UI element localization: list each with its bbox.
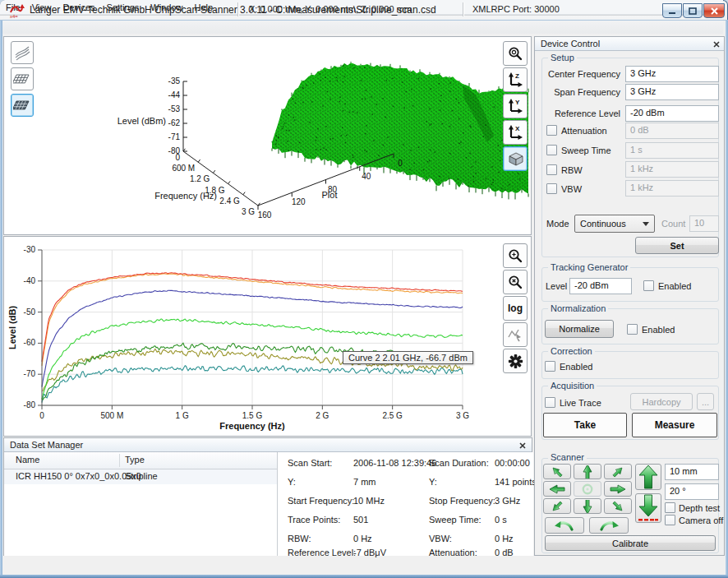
scanner-down-left-button[interactable] bbox=[543, 498, 571, 514]
calibrate-button[interactable]: Calibrate bbox=[545, 535, 716, 551]
dataset-manager-title: Data Set Manager bbox=[10, 440, 83, 450]
scanner-right-button[interactable] bbox=[604, 481, 632, 497]
vbw-checkbox[interactable] bbox=[546, 183, 557, 194]
zoom-in-button[interactable] bbox=[503, 243, 528, 268]
axis-y-button[interactable]: Y bbox=[503, 94, 528, 118]
device-control-close-button[interactable] bbox=[711, 39, 722, 49]
normalization-enabled-checkbox[interactable] bbox=[627, 324, 638, 335]
axis-x-icon: X bbox=[507, 124, 523, 141]
hardcopy-more-button[interactable]: ... bbox=[697, 393, 714, 410]
scanner-home-button[interactable] bbox=[574, 481, 601, 497]
maximize-button[interactable] bbox=[683, 3, 703, 18]
info-label: Y: bbox=[429, 477, 437, 487]
scanner-z-down-button[interactable] bbox=[635, 493, 661, 523]
scanner-left-button[interactable] bbox=[543, 481, 571, 497]
scanner-up-button[interactable] bbox=[574, 464, 601, 479]
column-header-name[interactable]: Name bbox=[16, 455, 39, 465]
axis-z-button[interactable]: Z bbox=[503, 67, 528, 92]
info-label: VBW: bbox=[429, 534, 452, 543]
svg-text:Level (dBm): Level (dBm) bbox=[117, 116, 166, 126]
axis-x-button[interactable]: X bbox=[503, 120, 528, 145]
svg-text:X: X bbox=[515, 125, 520, 132]
arrow-up-icon bbox=[578, 465, 597, 479]
zoom-reset-button[interactable] bbox=[503, 270, 528, 294]
chevron-down-icon bbox=[643, 222, 649, 226]
scanner-rotate-left-button[interactable] bbox=[545, 517, 584, 534]
measure-button[interactable]: Measure bbox=[632, 413, 717, 437]
span-frequency-input[interactable]: 3 GHz bbox=[625, 84, 719, 100]
scanner-down-button[interactable] bbox=[574, 498, 601, 514]
app-window: x4= Langer EMV-Technik GmbH ChipScan-Sca… bbox=[0, 0, 728, 578]
arrow-down-left-icon bbox=[547, 500, 567, 513]
scanner-z-up-button[interactable] bbox=[635, 464, 661, 490]
span-frequency-label: Span Frequency bbox=[541, 87, 620, 97]
surface-filled-view-button[interactable] bbox=[11, 94, 34, 117]
column-divider[interactable] bbox=[119, 454, 120, 467]
tg-enabled-checkbox[interactable] bbox=[643, 280, 654, 291]
rbw-checkbox[interactable] bbox=[546, 164, 557, 175]
table-row[interactable]: ICR HH150 0° 0x7x0_0x0.05x0 Stripline bbox=[4, 469, 277, 484]
plot-settings-button[interactable] bbox=[503, 349, 528, 373]
surface-lines-view-button[interactable] bbox=[11, 41, 34, 64]
zoom-3d-button[interactable] bbox=[503, 41, 528, 66]
svg-text:Z: Z bbox=[515, 72, 519, 80]
zoom-reset-icon bbox=[507, 274, 523, 290]
status-divider bbox=[463, 2, 463, 16]
axis-z-icon: Z bbox=[507, 72, 523, 88]
trace-pick-icon bbox=[507, 326, 523, 343]
center-frequency-input[interactable]: 3 GHz bbox=[625, 66, 719, 82]
column-header-type[interactable]: Type bbox=[125, 455, 145, 465]
info-value: 0 s bbox=[495, 515, 507, 525]
info-label: Attenuation: bbox=[429, 548, 477, 557]
svg-text:Y: Y bbox=[515, 99, 520, 106]
attenuation-checkbox[interactable] bbox=[546, 125, 557, 136]
camera-off-checkbox[interactable] bbox=[665, 515, 675, 525]
scanner-up-left-button[interactable] bbox=[543, 464, 571, 479]
scanner-down-right-button[interactable] bbox=[604, 498, 632, 514]
hardcopy-button[interactable]: Hardcopy bbox=[630, 393, 693, 410]
info-value: 2006-11-08 12:39:46 bbox=[353, 458, 436, 468]
svg-text:-70: -70 bbox=[24, 369, 36, 378]
svg-text:-60: -60 bbox=[24, 338, 36, 347]
dataset-type-cell: Stripline bbox=[125, 471, 158, 481]
camera-off-label: Camera off bbox=[679, 516, 723, 525]
acquisition-legend: Acquisition bbox=[548, 381, 597, 391]
info-value: 10 MHz bbox=[353, 496, 385, 506]
close-button[interactable] bbox=[703, 3, 725, 18]
info-label: Scan Duration: bbox=[429, 458, 489, 468]
mode-value: Continuous bbox=[580, 219, 626, 229]
spectrum-2d-chart: -30-40-50-60-70-800500 M1 G1.5 G2 G2.5 G… bbox=[4, 237, 531, 436]
info-label: Sweep Time: bbox=[429, 515, 481, 525]
minimize-button[interactable] bbox=[662, 3, 682, 18]
svg-text:Frequency (Hz): Frequency (Hz) bbox=[219, 421, 285, 431]
svg-text:600 M: 600 M bbox=[172, 164, 195, 173]
info-value: 0 Hz bbox=[495, 534, 514, 543]
svg-text:Plot: Plot bbox=[322, 190, 338, 200]
info-value: -7 dBμV bbox=[353, 548, 386, 557]
sweep-time-checkbox[interactable] bbox=[546, 145, 557, 155]
tg-level-input[interactable]: -20 dBm bbox=[569, 278, 632, 294]
setup-legend: Setup bbox=[548, 53, 577, 62]
normalize-button[interactable]: Normalize bbox=[545, 320, 614, 338]
surface-wireframe-view-button[interactable] bbox=[11, 67, 34, 90]
set-button[interactable]: Set bbox=[635, 237, 719, 254]
take-button[interactable]: Take bbox=[543, 413, 627, 437]
view-3d-button[interactable] bbox=[503, 146, 528, 171]
mode-select[interactable]: Continuous bbox=[574, 215, 655, 233]
window-frame-left bbox=[0, 21, 2, 575]
scanner-step-input[interactable]: 10 mm bbox=[665, 464, 719, 480]
reference-level-input[interactable]: -20 dBm bbox=[625, 105, 719, 122]
info-label: Start Frequency: bbox=[288, 496, 354, 506]
live-trace-checkbox[interactable] bbox=[545, 397, 555, 408]
depth-test-checkbox[interactable] bbox=[665, 502, 675, 513]
dataset-manager-close-button[interactable] bbox=[517, 440, 528, 451]
scanner-up-right-button[interactable] bbox=[604, 464, 632, 479]
scanner-rotate-right-button[interactable] bbox=[589, 517, 629, 534]
device-control-title: Device Control bbox=[541, 39, 600, 49]
scanner-angle-input[interactable]: 20 ° bbox=[665, 483, 719, 500]
trace-pick-button[interactable] bbox=[503, 322, 528, 347]
correction-enabled-checkbox[interactable] bbox=[545, 361, 555, 372]
attenuation-input: 0 dB bbox=[625, 123, 719, 139]
svg-text:0: 0 bbox=[398, 159, 403, 168]
log-scale-button[interactable]: log bbox=[503, 296, 528, 321]
